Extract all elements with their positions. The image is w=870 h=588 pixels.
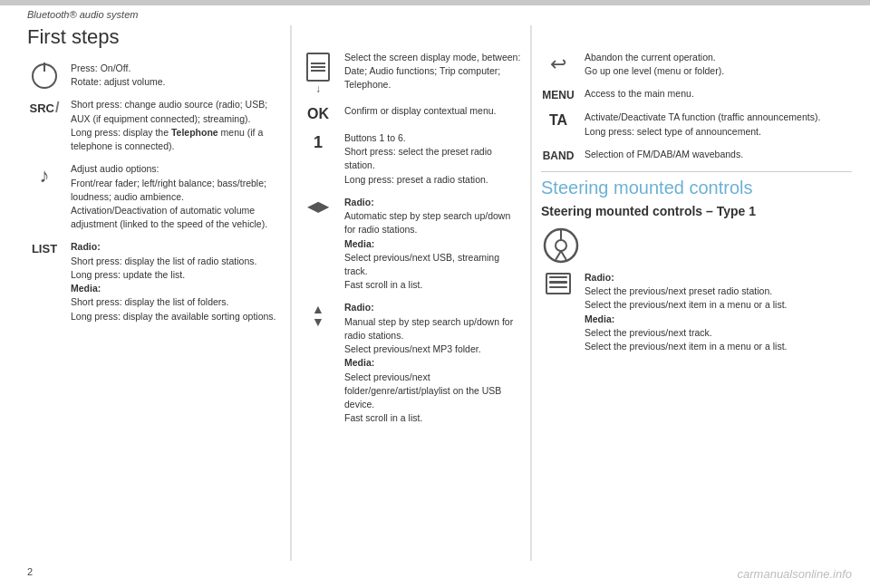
list-item: OK Confirm or display contextual menu. [301,104,521,122]
double-arrow-icon-cell: ◀▶ [301,196,335,215]
band-label-cell: BAND [541,148,575,162]
icon-line [549,281,567,284]
num1-label-cell: 1 [301,131,335,152]
back-icon: ↩ [550,53,566,76]
menu-icon: MENU [542,89,574,101]
updown-icon-cell: ▲ ▼ [301,301,335,328]
list-item: SRC / Short press: change audio source (… [27,98,281,153]
list-item: Radio: Select the previous/next preset r… [541,271,852,353]
num1-icon: 1 [314,133,323,152]
ok-text: Confirm or display contextual menu. [344,104,521,118]
mid-column: ↓ Select the screen display mode, betwee… [290,25,530,561]
left-column: First steps Press: On/Off.Rotate: adjust… [27,25,290,561]
updown-text: Radio: Manual step by step search up/dow… [344,301,521,425]
doc-text: Select the screen display mode, between:… [344,51,521,92]
music-text: Adjust audio options: Front/rear fader; … [71,162,281,231]
src-icon: SRC / [30,100,60,116]
menu-text: Access to the main menu. [585,87,852,101]
band-icon: BAND [543,149,575,162]
doc-icon [306,53,330,82]
icon-line [549,286,567,289]
svg-line-4 [561,251,566,260]
doc-icon-cell: ↓ [301,51,335,95]
power-icon-cell [27,62,62,89]
ta-label-cell: TA [541,111,575,129]
doc-line [311,66,325,68]
list-item: ♪ Adjust audio options: Front/rear fader… [27,162,281,231]
menu-label-cell: MENU [541,87,575,101]
steering-wheel-icon [541,227,581,264]
music-icon-cell: ♪ [27,162,62,188]
doc-line [311,63,325,64]
right-column: ↩ Abandon the current operation. Go up o… [530,25,852,561]
list-item: ↓ Select the screen display mode, betwee… [301,51,521,95]
doc-line [311,70,325,72]
list-item: ▲ ▼ Radio: Manual step by step search up… [301,301,521,425]
ta-icon: TA [549,112,567,129]
lines-text: Radio: Select the previous/next preset r… [585,271,852,353]
page-title: First steps [27,25,281,49]
ta-text: Activate/Deactivate TA function (traffic… [585,111,852,138]
steering-icon-cell [541,227,586,265]
lines-icon [546,273,571,294]
list-item: Press: On/Off.Rotate: adjust volume. [27,62,281,89]
section-divider [541,171,852,172]
double-arrow-icon: ◀▶ [307,198,329,215]
updown-icon: ▲ ▼ [312,303,324,328]
ok-icon: OK [307,106,329,122]
list-item: MENU Access to the main menu. [541,87,852,101]
page-number: 2 [27,566,33,577]
header-bar [0,0,870,5]
svg-line-3 [556,251,561,260]
section-subtitle: Steering mounted controls – Type 1 [541,204,852,218]
icon-line [549,276,567,279]
list-item: LIST Radio: Short press: display the lis… [27,240,281,323]
double-arrow-text: Radio: Automatic step by step search up/… [344,196,521,293]
section-title: Steering mounted controls [541,178,852,198]
main-content: First steps Press: On/Off.Rotate: adjust… [27,25,852,561]
num1-text: Buttons 1 to 6. Short press: select the … [344,131,521,187]
list-item: BAND Selection of FM/DAB/AM wavebands. [541,148,852,162]
power-icon [32,63,57,89]
band-text: Selection of FM/DAB/AM wavebands. [585,148,852,161]
header-label: Bluetooth® audio system [27,9,138,20]
lines-icon-cell [541,271,575,294]
ok-label-cell: OK [301,104,335,122]
svg-point-1 [556,240,566,251]
back-icon-cell: ↩ [541,51,575,76]
list-item [541,227,852,265]
src-icon-cell: SRC / [27,98,62,116]
power-text: Press: On/Off.Rotate: adjust volume. [71,62,281,89]
watermark: carmanualsonline.info [738,567,852,581]
list-label: LIST [27,240,62,255]
list-item: TA Activate/Deactivate TA function (traf… [541,111,852,138]
list-item: 1 Buttons 1 to 6. Short press: select th… [301,131,521,187]
music-icon: ♪ [40,164,50,188]
list-item: ↩ Abandon the current operation. Go up o… [541,51,852,78]
src-text: Short press: change audio source (radio;… [71,98,281,153]
back-text: Abandon the current operation. Go up one… [585,51,852,78]
list-text: Radio: Short press: display the list of … [71,240,281,323]
list-item: ◀▶ Radio: Automatic step by step search … [301,196,521,293]
